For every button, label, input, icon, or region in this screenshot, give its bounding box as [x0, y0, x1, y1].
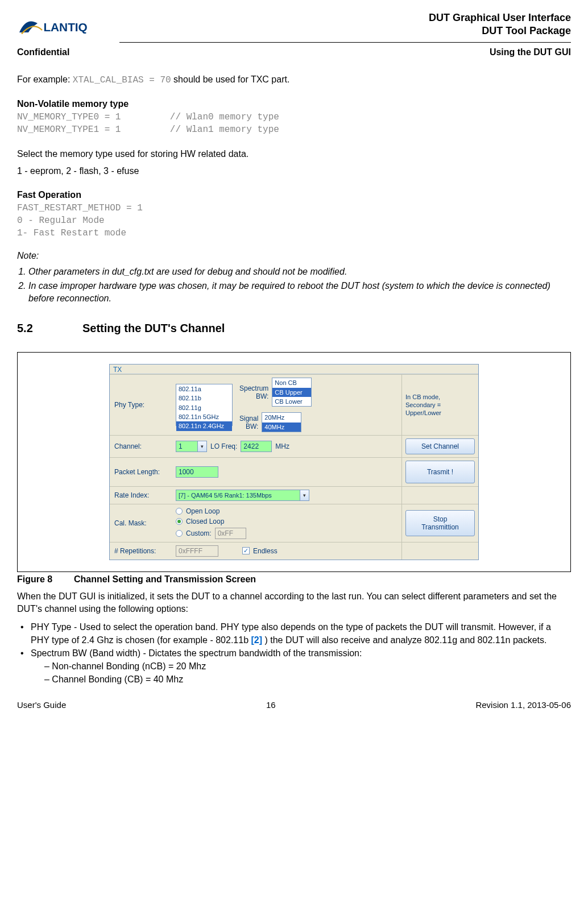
figure-title: Channel Setting and Transmission Screen [74, 574, 256, 584]
cal-mask-row: Cal. Mask: Open Loop Closed Loop Custom:… [110, 504, 478, 542]
cb-mode-note: In CB mode, Secondary = Upper/Lower [405, 393, 475, 417]
phy-row: Phy Type: 802.11a 802.11b 802.11g 802.11… [110, 374, 478, 434]
rate-index-label: Rate Index: [110, 487, 172, 504]
lo-freq-label: LO Freq: [210, 442, 237, 450]
header-rule [119, 42, 571, 43]
doc-title-1: DUT Graphical User Interface [429, 11, 571, 24]
nv-heading: Non-Volatile memory type [17, 99, 571, 109]
section-5-2-heading: 5.2Setting the DUT's Channel [17, 322, 571, 335]
figure-caption: Figure 8Channel Setting and Transmission… [17, 574, 571, 585]
dash-ncb: Non-channel Bonding (nCB) = 20 Mhz [44, 660, 571, 673]
endless-checkbox[interactable]: ✓ [242, 547, 250, 554]
spectrum-bw-label: Spectrum BW: [239, 384, 268, 400]
nv-desc2: 1 - eeprom, 2 - flash, 3 - efuse [17, 165, 571, 177]
packet-row: Packet Length: Trasmit ! [110, 457, 478, 486]
spectrum-bw-listbox[interactable]: Non CB CB Upper CB Lower [272, 378, 312, 407]
phy-label: Phy Type: [110, 375, 172, 434]
example-code: XTAL_CAL_BIAS = 70 [73, 75, 171, 85]
lo-freq-input[interactable] [241, 441, 272, 452]
chevron-down-icon[interactable]: ▾ [197, 441, 206, 452]
footer-page-number: 16 [266, 700, 276, 710]
nv-desc1: Select the memory type used for storing … [17, 148, 571, 160]
subheader: Confidential Using the DUT GUI [17, 47, 571, 57]
tx-panel: TX Phy Type: 802.11a 802.11b 802.11g 802… [109, 364, 479, 560]
ref-link-2[interactable]: [2] [251, 635, 262, 645]
figure-number: Figure 8 [17, 574, 74, 585]
endless-label: Endless [253, 547, 278, 555]
section-label: Using the DUT GUI [490, 47, 571, 57]
custom-radio[interactable]: Custom: [176, 528, 246, 539]
section-number: 5.2 [17, 322, 82, 335]
header-right: DUT Graphical User Interface DUT Tool Pa… [429, 11, 571, 38]
reps-row: # Repetitions: ✓ Endless [110, 542, 478, 560]
bullet-phy-type: PHY Type - Used to select the operation … [17, 620, 571, 647]
page-header: LANTIQ DUT Graphical User Interface DUT … [17, 11, 571, 40]
figure-8-container: TX Phy Type: 802.11a 802.11b 802.11g 802… [17, 352, 571, 571]
fast-heading: Fast Operation [17, 190, 571, 200]
channel-select[interactable]: 1 ▾ [176, 441, 207, 452]
repetitions-input [176, 545, 218, 557]
doc-title-2: DUT Tool Package [429, 24, 571, 38]
svg-text:LANTIQ: LANTIQ [43, 20, 87, 34]
chevron-down-icon[interactable]: ▾ [300, 490, 309, 500]
nv-code: NV_MEMORY_TYPE0 = 1 // Wlan0 memory type… [17, 111, 571, 136]
note-list: Other parameters in dut_cfg.txt are used… [17, 266, 571, 305]
lantiq-logo-icon: LANTIQ [17, 11, 108, 40]
section-title: Setting the DUT's Channel [82, 322, 225, 334]
after-figure-text: When the DUT GUI is initialized, it sets… [17, 590, 571, 616]
tx-tab-label: TX [110, 365, 478, 374]
example-line: For example: XTAL_CAL_BIAS = 70 should b… [17, 73, 571, 86]
dash-cb: Channel Bonding (CB) = 40 Mhz [44, 673, 571, 686]
options-list: PHY Type - Used to select the operation … [17, 620, 571, 686]
repetitions-label: # Repetitions: [110, 542, 172, 560]
custom-input [215, 528, 246, 539]
transmit-button[interactable]: Trasmit ! [405, 461, 475, 483]
note-2: In case improper hardware type was chose… [28, 280, 571, 305]
rate-index-select[interactable]: [7] - QAM64 5/6 Rank1: 135Mbps ▾ [176, 490, 309, 501]
closed-loop-radio[interactable]: Closed Loop [176, 517, 224, 525]
rate-row: Rate Index: [7] - QAM64 5/6 Rank1: 135Mb… [110, 486, 478, 504]
page-footer: User's Guide 16 Revision 1.1, 2013-05-06 [17, 700, 571, 710]
fast-code: FAST_RESTART_METHOD = 1 0 - Regular Mode… [17, 202, 571, 239]
mhz-label: MHz [275, 442, 289, 450]
cal-mask-label: Cal. Mask: [110, 504, 172, 542]
footer-left: User's Guide [17, 700, 66, 710]
channel-row: Channel: 1 ▾ LO Freq: MHz Set Channel [110, 435, 478, 457]
signal-bw-listbox[interactable]: 20MHz 40MHz [262, 412, 301, 432]
note-label: Note: [17, 251, 571, 261]
packet-length-label: Packet Length: [110, 458, 172, 486]
phy-type-listbox[interactable]: 802.11a 802.11b 802.11g 802.11n 5GHz 802… [176, 384, 233, 426]
set-channel-button[interactable]: Set Channel [405, 438, 475, 454]
confidential-label: Confidential [17, 47, 69, 57]
logo: LANTIQ [17, 11, 108, 40]
bullet-spectrum-bw: Spectrum BW (Band width) - Dictates the … [17, 647, 571, 686]
stop-transmission-button[interactable]: Stop Transmittion [405, 510, 475, 536]
footer-revision: Revision 1.1, 2013-05-06 [475, 700, 571, 710]
signal-bw-label: Signal BW: [239, 415, 258, 430]
open-loop-radio[interactable]: Open Loop [176, 507, 220, 515]
note-1: Other parameters in dut_cfg.txt are used… [28, 266, 571, 278]
packet-length-input[interactable] [176, 466, 218, 478]
channel-label: Channel: [110, 436, 172, 457]
